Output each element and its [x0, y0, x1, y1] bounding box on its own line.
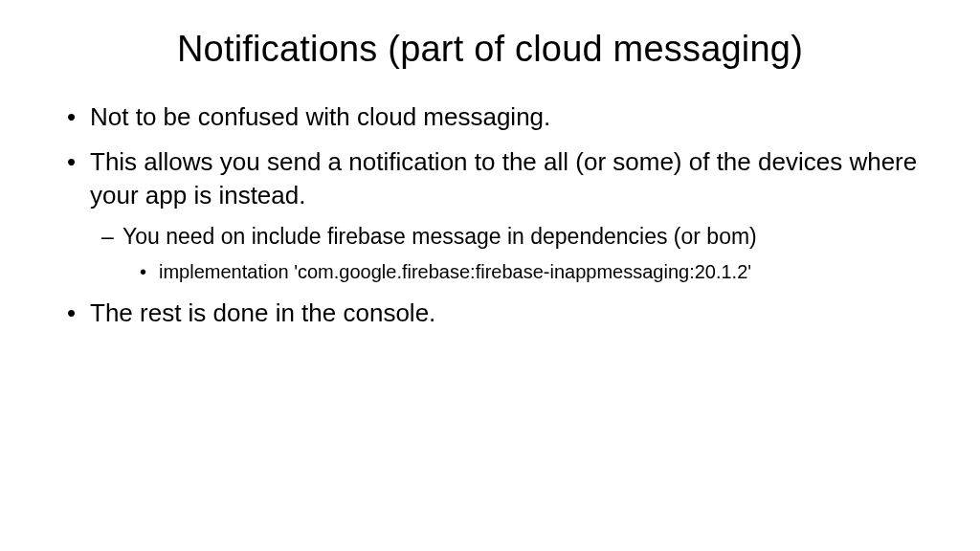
- bullet-text: The rest is done in the console.: [90, 298, 435, 327]
- sub-sub-bullet-list: implementation 'com.google.firebase:fire…: [140, 259, 932, 285]
- sub-sub-bullet-item: implementation 'com.google.firebase:fire…: [140, 259, 932, 285]
- slide-title: Notifications (part of cloud messaging): [48, 29, 932, 70]
- bullet-item: The rest is done in the console.: [67, 297, 932, 330]
- sub-bullet-text: You need on include firebase message in …: [122, 224, 757, 249]
- bullet-text: This allows you send a notification to t…: [90, 147, 917, 209]
- slide-content: Not to be confused with cloud messaging.…: [48, 100, 932, 330]
- sub-bullet-item: You need on include firebase message in …: [101, 222, 932, 285]
- bullet-item: This allows you send a notification to t…: [67, 145, 932, 285]
- sub-sub-bullet-text: implementation 'com.google.firebase:fire…: [159, 261, 751, 282]
- bullet-item: Not to be confused with cloud messaging.: [67, 100, 932, 134]
- sub-bullet-list: You need on include firebase message in …: [101, 222, 932, 285]
- bullet-text: Not to be confused with cloud messaging.: [90, 102, 550, 131]
- bullet-list: Not to be confused with cloud messaging.…: [67, 100, 932, 330]
